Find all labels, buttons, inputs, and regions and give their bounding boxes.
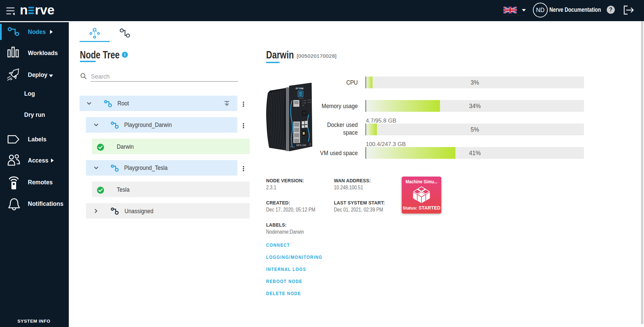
svg-text:rve: rve	[35, 4, 55, 17]
svg-text:TTTech: TTTech	[290, 146, 295, 148]
svg-text:n: n	[20, 4, 28, 17]
svg-text:rve: rve	[299, 87, 304, 90]
svg-text:MFN 100: MFN 100	[296, 144, 306, 146]
svg-text:n: n	[296, 87, 297, 90]
svg-text:Connect: Connect	[299, 97, 304, 99]
